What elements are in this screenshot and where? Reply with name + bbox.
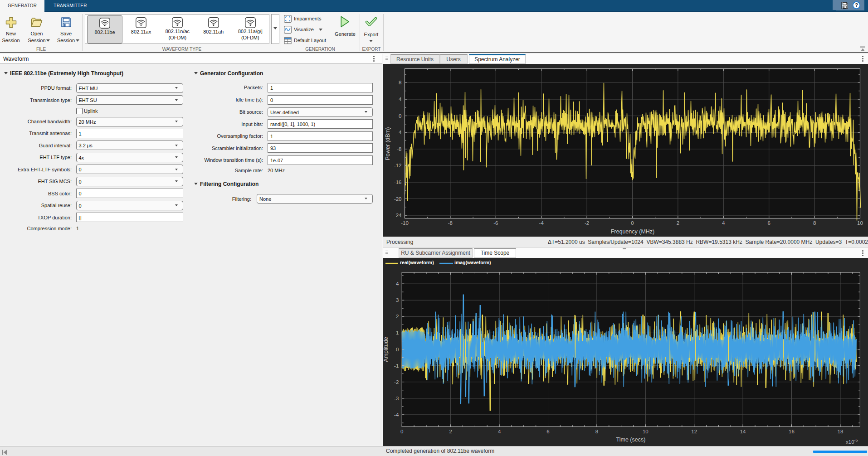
svg-text:18: 18 (838, 429, 844, 434)
svg-text:2: 2 (396, 314, 399, 319)
svg-text:10: 10 (857, 220, 863, 226)
svg-text:4: 4 (396, 281, 399, 286)
svg-text:4: 4 (722, 220, 725, 226)
svg-text:2: 2 (449, 429, 452, 434)
svg-text:Amplitude: Amplitude (383, 337, 389, 362)
svg-text:0: 0 (631, 220, 634, 226)
svg-text:3: 3 (396, 297, 399, 303)
svg-text:Power (dBm): Power (dBm) (385, 127, 391, 160)
svg-text:Time (secs): Time (secs) (616, 437, 646, 443)
svg-text:-24: -24 (394, 213, 402, 218)
svg-text:-8: -8 (397, 146, 401, 152)
svg-text:14: 14 (740, 429, 746, 434)
svg-text:6: 6 (767, 220, 770, 226)
svg-text:-2: -2 (585, 220, 589, 226)
svg-text:-4: -4 (539, 220, 544, 226)
svg-text:8: 8 (813, 220, 816, 226)
svg-text:0: 0 (399, 113, 401, 119)
svg-text:4: 4 (399, 97, 402, 102)
svg-text:16: 16 (789, 429, 795, 434)
svg-text:-20: -20 (394, 196, 402, 202)
svg-text:-16: -16 (394, 179, 402, 185)
svg-text:8: 8 (399, 80, 401, 85)
svg-text:-2: -2 (394, 379, 399, 385)
svg-text:12: 12 (691, 429, 697, 434)
svg-text:4: 4 (498, 429, 501, 434)
svg-text:6: 6 (546, 429, 549, 434)
svg-text:-3: -3 (394, 396, 399, 401)
svg-text:-6: -6 (493, 220, 498, 226)
svg-text:-12: -12 (394, 163, 402, 168)
svg-text:1: 1 (396, 330, 399, 335)
svg-text:10: 10 (643, 429, 649, 434)
svg-text:Frequency (MHz): Frequency (MHz) (611, 228, 655, 235)
svg-text:-4: -4 (394, 412, 399, 417)
svg-text:2: 2 (677, 220, 679, 226)
svg-text:-1: -1 (394, 363, 399, 369)
svg-text:0: 0 (396, 347, 399, 352)
svg-text:8: 8 (595, 429, 598, 434)
svg-text:-10: -10 (401, 220, 409, 226)
svg-text:-4: -4 (397, 130, 402, 135)
svg-text:-8: -8 (448, 220, 453, 226)
svg-text:0: 0 (400, 429, 403, 434)
